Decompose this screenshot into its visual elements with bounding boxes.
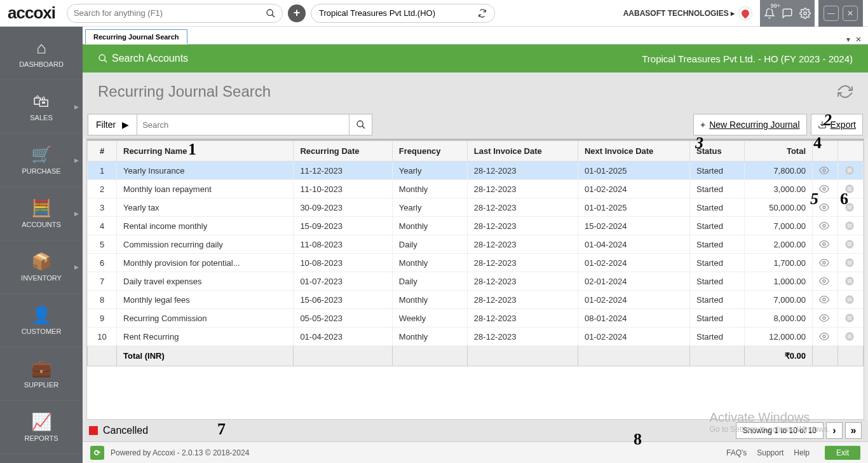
local-search[interactable]: [137, 114, 372, 135]
sidebar-item-dashboard[interactable]: ⌂DASHBOARD: [0, 27, 83, 80]
refresh-icon[interactable]: [837, 84, 853, 99]
sidebar-item-sales[interactable]: 🛍SALES▶: [0, 80, 83, 134]
table-row[interactable]: 10Rent Recurring01-04-2023Monthly28-12-2…: [88, 328, 864, 346]
svg-rect-25: [848, 225, 852, 226]
cell-name: Monthly legal fees: [117, 291, 294, 309]
add-button[interactable]: +: [288, 4, 306, 22]
col-header[interactable]: #: [88, 141, 117, 162]
col-header[interactable]: Recurring Date: [294, 141, 392, 162]
view-icon[interactable]: [813, 328, 838, 346]
tab-menu-icon[interactable]: ▾: [846, 35, 850, 44]
svg-rect-16: [848, 190, 852, 191]
row-menu-icon[interactable]: [838, 198, 864, 217]
topbar-icon-group: 99+: [760, 0, 815, 27]
cell-rdate: 11-10-2023: [294, 180, 392, 198]
local-search-input[interactable]: [137, 120, 349, 130]
cell-rdate: 15-09-2023: [294, 217, 392, 235]
sidebar-item-accounts[interactable]: 🧮ACCOUNTS▶: [0, 187, 83, 240]
pager-status: Showing 1 to 10 of 10: [736, 422, 824, 439]
tab-recurring-journal-search[interactable]: Recurring Journal Search: [85, 29, 187, 45]
view-icon[interactable]: [813, 309, 838, 328]
sidebar-item-purchase[interactable]: 🛒PURCHASE▶: [0, 134, 83, 187]
bell-icon[interactable]: 99+: [764, 8, 775, 19]
global-search[interactable]: [67, 4, 283, 23]
table-row[interactable]: 1Yearly Insurance11-12-2023Yearly28-12-2…: [88, 162, 864, 180]
col-header[interactable]: Status: [690, 141, 745, 162]
col-header[interactable]: Next Invoice Date: [578, 141, 689, 162]
sidebar-item-reports[interactable]: 📈REPORTS: [0, 401, 83, 454]
row-menu-icon[interactable]: [838, 328, 864, 346]
row-menu-icon[interactable]: [838, 291, 864, 309]
col-header[interactable]: Last Invoice Date: [467, 141, 578, 162]
svg-rect-45: [848, 299, 852, 300]
footer-link[interactable]: Support: [757, 448, 783, 457]
cell-next: 01-02-2024: [578, 328, 689, 346]
view-icon[interactable]: [813, 291, 838, 309]
row-menu-icon[interactable]: [838, 180, 864, 198]
view-icon[interactable]: [813, 162, 838, 180]
tab-close-icon[interactable]: ✕: [855, 35, 862, 44]
svg-point-5: [357, 121, 363, 127]
footer-link[interactable]: Help: [794, 448, 810, 457]
cell-last: 28-12-2023: [467, 217, 578, 235]
footer-text: Powered by Accoxi - 2.0.13 © 2018-2024: [111, 448, 249, 457]
gear-icon[interactable]: [799, 8, 811, 19]
sync-icon[interactable]: [478, 9, 487, 18]
filter-row: Filter ▶ + New Recurring Journal Export: [83, 111, 868, 139]
cell-next: 15-02-2024: [578, 217, 689, 235]
svg-rect-44: [848, 298, 852, 298]
close-button[interactable]: ✕: [843, 6, 858, 21]
export-icon: [818, 120, 827, 129]
view-icon[interactable]: [813, 235, 838, 254]
table-row[interactable]: 4Rental income monthly15-09-2023Monthly2…: [88, 217, 864, 235]
exit-button[interactable]: Exit: [825, 446, 860, 460]
row-menu-icon[interactable]: [838, 272, 864, 291]
company-selector[interactable]: Tropical Treasures Pvt Ltd.(HO): [311, 4, 495, 23]
chat-icon[interactable]: [782, 8, 793, 19]
flame-icon[interactable]: [738, 6, 752, 20]
col-header[interactable]: Recurring Name: [117, 141, 294, 162]
cell-rdate: 30-09-2023: [294, 198, 392, 217]
col-header[interactable]: Frequency: [392, 141, 467, 162]
cell-name: Monthly provision for potential...: [117, 254, 294, 272]
pager-last-button[interactable]: »: [845, 422, 862, 439]
results-table-wrap[interactable]: #Recurring NameRecurring DateFrequencyLa…: [86, 139, 864, 420]
table-row[interactable]: 5Commission recurring daily11-08-2023Dai…: [88, 235, 864, 254]
footer-link[interactable]: FAQ's: [726, 448, 747, 457]
global-search-input[interactable]: [74, 8, 266, 18]
view-icon[interactable]: [813, 254, 838, 272]
minimize-button[interactable]: —: [824, 6, 839, 21]
table-row[interactable]: 7Daily travel expenses01-07-2023Daily28-…: [88, 272, 864, 291]
svg-line-1: [272, 15, 275, 17]
new-recurring-journal-button[interactable]: + New Recurring Journal: [693, 114, 807, 135]
view-icon[interactable]: [813, 180, 838, 198]
table-row[interactable]: 6Monthly provision for potential...10-08…: [88, 254, 864, 272]
cell-total: 7,800.00: [744, 162, 812, 180]
view-icon[interactable]: [813, 272, 838, 291]
table-row[interactable]: 8Monthly legal fees15-06-2023Monthly28-1…: [88, 291, 864, 309]
table-row[interactable]: 3Yearly tax30-09-2023Yearly28-12-202301-…: [88, 198, 864, 217]
pager-next-button[interactable]: ›: [826, 422, 843, 439]
row-menu-icon[interactable]: [838, 254, 864, 272]
row-menu-icon[interactable]: [838, 309, 864, 328]
sidebar-item-supplier[interactable]: 💼SUPPLIER: [0, 347, 83, 401]
row-menu-icon[interactable]: [838, 162, 864, 180]
cell-last: 28-12-2023: [467, 328, 578, 346]
svg-point-47: [823, 317, 825, 319]
filter-button[interactable]: Filter ▶: [88, 114, 137, 135]
export-button[interactable]: Export: [811, 114, 863, 135]
svg-point-52: [823, 335, 825, 338]
local-search-button[interactable]: [349, 114, 372, 135]
svg-point-12: [823, 188, 825, 190]
table-row[interactable]: 9Recurring Commission05-05-2023Weekly28-…: [88, 309, 864, 328]
view-icon[interactable]: [813, 217, 838, 235]
row-menu-icon[interactable]: [838, 235, 864, 254]
sidebar-item-customer[interactable]: 👤CUSTOMER: [0, 294, 83, 347]
org-label[interactable]: AABASOFT TECHNOLOGIES ▸: [623, 9, 735, 18]
table-row[interactable]: 2Monthly loan repayment11-10-2023Monthly…: [88, 180, 864, 198]
row-menu-icon[interactable]: [838, 217, 864, 235]
view-icon[interactable]: [813, 198, 838, 217]
context-title[interactable]: Search Accounts: [112, 53, 188, 64]
sidebar-item-inventory[interactable]: 📦INVENTORY▶: [0, 240, 83, 294]
col-header[interactable]: Total: [744, 141, 812, 162]
